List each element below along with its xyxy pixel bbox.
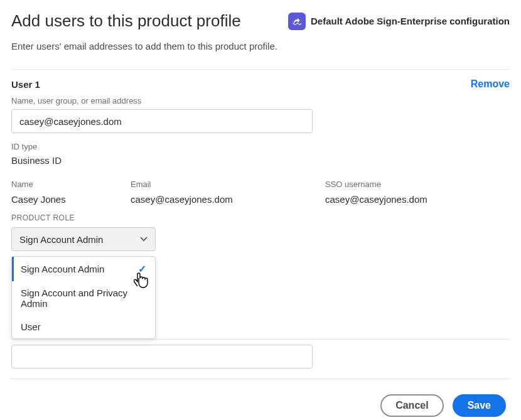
- user2-section: [11, 339, 510, 369]
- dialog-title: Add users to this product profile: [11, 11, 241, 31]
- dialog-subtitle: Enter users' email addresses to add them…: [11, 41, 510, 51]
- email-label: Email: [131, 180, 325, 189]
- user2-email-input[interactable]: [11, 345, 313, 369]
- dialog-header: Add users to this product profile Defaul…: [11, 11, 510, 31]
- remove-user-link[interactable]: Remove: [471, 78, 510, 90]
- product-role-select-wrapper: Sign Account Admin Sign Account Admin ✓ …: [11, 227, 156, 251]
- user1-label: User 1: [11, 79, 40, 90]
- sso-value: casey@caseyjones.dom: [325, 194, 510, 205]
- add-users-dialog: Add users to this product profile Defaul…: [11, 11, 510, 409]
- product-role-select[interactable]: Sign Account Admin: [11, 227, 156, 251]
- adobe-sign-icon: [288, 13, 306, 30]
- profile-name: Default Adobe Sign-Enterprise configurat…: [311, 16, 510, 26]
- name-value: Casey Jones: [11, 194, 131, 205]
- product-role-label: PRODUCT ROLE: [11, 213, 510, 222]
- email-value: casey@caseyjones.dom: [131, 194, 325, 205]
- check-icon: ✓: [138, 263, 146, 275]
- dialog-footer: Cancel Save: [11, 394, 510, 417]
- product-role-dropdown: Sign Account Admin ✓ Sign Account and Pr…: [11, 256, 156, 339]
- chevron-down-icon: [140, 235, 148, 244]
- profile-badge: Default Adobe Sign-Enterprise configurat…: [288, 13, 510, 30]
- user1-input-group: Name, user group, or email address: [11, 96, 510, 133]
- name-label: Name: [11, 180, 131, 189]
- selected-role-text: Sign Account Admin: [19, 234, 103, 245]
- email-column: Email casey@caseyjones.dom: [131, 180, 325, 205]
- role-option-sign-privacy-admin[interactable]: Sign Account and Privacy Admin: [12, 281, 155, 315]
- role-option-label: User: [21, 321, 41, 332]
- role-option-user[interactable]: User: [12, 315, 155, 338]
- save-button[interactable]: Save: [453, 394, 506, 417]
- id-type-label: ID type: [11, 142, 510, 151]
- user1-info-row: Name Casey Jones Email casey@caseyjones.…: [11, 180, 510, 205]
- user1-header: User 1 Remove: [11, 70, 510, 96]
- role-option-label: Sign Account Admin: [21, 264, 104, 274]
- name-column: Name Casey Jones: [11, 180, 131, 205]
- role-option-label: Sign Account and Privacy Admin: [21, 288, 146, 309]
- sso-label: SSO username: [325, 180, 510, 189]
- user1-input-label: Name, user group, or email address: [11, 96, 510, 105]
- sso-column: SSO username casey@caseyjones.dom: [325, 180, 510, 205]
- divider: [11, 339, 510, 340]
- user1-email-input[interactable]: [11, 109, 313, 133]
- role-option-sign-account-admin[interactable]: Sign Account Admin ✓: [12, 257, 155, 281]
- cancel-button[interactable]: Cancel: [380, 394, 443, 417]
- id-type-section: ID type Business ID: [11, 142, 510, 166]
- id-type-value: Business ID: [11, 155, 510, 166]
- divider: [11, 379, 510, 379]
